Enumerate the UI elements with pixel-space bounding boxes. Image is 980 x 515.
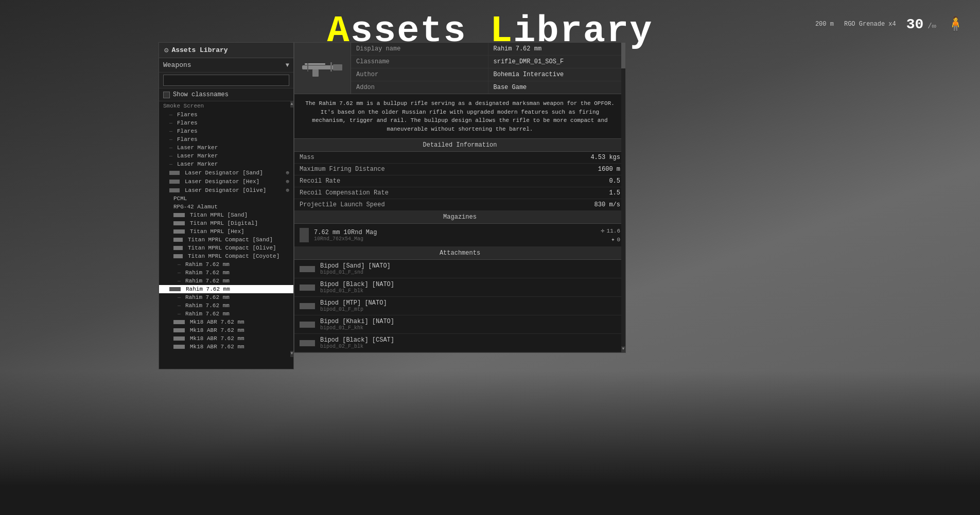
scroll-up-button[interactable]: ▲ [290,101,293,108]
item-label: Rahim 7.62 mm [185,278,230,284]
mass-value: 4.53 kgs [460,152,626,164]
list-item-titan-hex[interactable]: Titan MPRL [Hex] [159,227,293,236]
show-classnames-checkbox[interactable] [163,92,170,98]
list-marker: — [169,112,172,118]
gear-icon: ⚙ [164,46,168,55]
list-item[interactable]: — Flares [159,127,293,135]
detail-scroll-thumb[interactable] [621,43,625,68]
list-item-titan-digital[interactable]: Titan MPRL [Digital] [159,219,293,227]
info-row-recoil-comp: Recoil Compensation Rate 1.5 [294,187,625,199]
panel-header: ⚙ Assets Library [159,43,293,58]
list-item[interactable]: — Flares [159,119,293,127]
list-item-laser-olive[interactable]: Laser Designator [Olive] ⊕ [159,186,293,194]
weapon-icon [173,246,183,250]
list-item-rahim-2[interactable]: — Rahim 7.62 mm [159,269,293,277]
assets-panel: ⚙ Assets Library Weapons ▼ Show classnam… [159,42,294,369]
list-item-titan-compact-sand[interactable]: Titan MPRL Compact [Sand] [159,236,293,244]
recoil-label: Recoil Rate [294,175,460,187]
info-table: Mass 4.53 kgs Maximum Firing Distance 16… [294,152,625,211]
category-dropdown[interactable]: Weapons ▼ [159,58,293,73]
list-item[interactable]: — Flares [159,111,293,119]
weapon-svg [302,59,343,77]
item-label: Laser Marker [177,161,218,167]
svg-rect-4 [307,63,308,72]
att-name-2: Bipod [Black] [NATO] [320,281,620,288]
svg-rect-3 [312,69,319,77]
att-classname-2: bipod_01_F_blk [320,288,620,294]
detailed-info-header: Detailed Information [294,139,625,152]
display-name-value: Rahim 7.62 mm [488,43,626,56]
list-marker: — [169,137,172,143]
attachment-info: Bipod [MTP] [NATO] bipod_01_F_mtp [320,299,620,312]
list-item-mk18-3[interactable]: Mk18 ABR 7.62 mm [159,334,293,343]
svg-rect-5 [330,62,332,72]
list-item-rpg[interactable]: RPG-42 Alamut [159,203,293,211]
attachment-bipod-black[interactable]: Bipod [Black] [NATO] bipod_01_F_blk [294,278,625,297]
item-label: Rahim 7.62 mm [185,261,230,268]
hud-ammo-display: 30 /∞ [906,16,936,32]
hud-ammo-count: 30 [906,16,924,32]
projectile-label: Projectile Launch Speed [294,199,460,211]
attachment-bipod-black-csat[interactable]: Bipod [Black] [CSAT] bipod_02_F_blk [294,334,625,352]
item-label: PCML [173,196,187,202]
weapon-list[interactable]: ▲ Smoke Screen — Flares — Flares — Flare… [159,101,293,369]
list-item[interactable]: — Laser Marker [159,144,293,152]
attachment-info: Bipod [Khaki] [NATO] bipod_01_F_khk [320,318,620,331]
attachment-info: Bipod [Sand] [NATO] bipod_01_F_snd [320,262,620,275]
list-item-mk18-1[interactable]: Mk18 ABR 7.62 mm [159,318,293,326]
list-item-rahim-1[interactable]: — Rahim 7.62 mm [159,260,293,269]
attachment-bipod-mtp[interactable]: Bipod [MTP] [NATO] bipod_01_F_mtp [294,297,625,315]
list-item[interactable]: — Laser Marker [159,160,293,168]
item-label: Laser Marker [177,145,218,151]
item-label: Titan MPRL Compact [Coyote] [188,253,279,259]
show-classnames-row[interactable]: Show classnames [159,88,293,101]
magazine-item[interactable]: 7.62 mm 10Rnd Mag 10Rnd_762x54_Mag ✛ 11.… [294,224,625,247]
list-item-mk18-2[interactable]: Mk18 ABR 7.62 mm [159,326,293,334]
list-item-rahim-selected[interactable]: Rahim 7.62 mm [159,285,293,293]
scroll-down-button[interactable]: ▼ [290,351,293,357]
weapon-icon [173,221,185,225]
weapon-icon [173,345,185,349]
item-label: Flares [177,112,198,118]
star-icon: ✦ [611,236,615,243]
search-bar [159,73,293,88]
list-item-rahim-4[interactable]: — Rahim 7.62 mm [159,293,293,301]
hud-grenade-label: RGO Grenade [844,21,885,28]
list-item-pcml[interactable]: PCML [159,194,293,203]
info-row-max-firing: Maximum Firing Distance 1600 m [294,164,625,175]
item-label: Titan MPRL [Hex] [190,228,244,235]
crosshair-icon: ✛ [601,227,604,235]
magazine-info: 7.62 mm 10Rnd Mag 10Rnd_762x54_Mag [314,229,596,242]
item-label: Laser Designator [Sand] [185,170,263,176]
list-item-rahim-3[interactable]: — Rahim 7.62 mm [159,277,293,285]
attachment-bipod-khaki[interactable]: Bipod [Khaki] [NATO] bipod_01_F_khk [294,315,625,334]
max-firing-label: Maximum Firing Distance [294,164,460,175]
author-value: Bohemia Interactive [488,68,626,81]
list-item-titan-sand[interactable]: Titan MPRL [Sand] [159,211,293,219]
list-item-mk18-4[interactable]: Mk18 ABR 7.62 mm [159,343,293,351]
search-input[interactable] [163,75,289,86]
list-item-rahim-6[interactable]: — Rahim 7.62 mm [159,310,293,318]
list-item-titan-compact-olive[interactable]: Titan MPRL Compact [Olive] [159,244,293,252]
list-item-laser-sand[interactable]: Laser Designator [Sand] ⊕ [159,168,293,177]
detail-scrollbar[interactable]: ▼ [621,43,625,352]
att-name-5: Bipod [Black] [CSAT] [320,336,620,344]
attachment-bipod-sand[interactable]: Bipod [Sand] [NATO] bipod_01_F_snd [294,260,625,278]
svg-rect-2 [333,64,342,70]
list-item-rahim-5[interactable]: — Rahim 7.62 mm [159,301,293,310]
list-item-titan-compact-coyote[interactable]: Titan MPRL Compact [Coyote] [159,252,293,260]
recoil-comp-value: 1.5 [460,187,626,199]
weapon-icon [169,180,180,184]
category-label: Weapons [163,61,191,69]
author-label: Author [351,68,488,81]
item-label: Titan MPRL [Digital] [190,220,258,226]
attachment-icon [300,340,315,346]
list-item-laser-hex[interactable]: Laser Designator [Hex] ⊕ [159,177,293,186]
detail-scroll-down[interactable]: ▼ [621,346,625,352]
item-label: Mk18 ABR 7.62 mm [190,319,244,325]
hud-overlay: 200 m RGO Grenade x4 30 /∞ 🧍 [815,15,965,33]
list-item[interactable]: — Laser Marker [159,152,293,160]
weapon-icon [169,188,180,192]
att-name-4: Bipod [Khaki] [NATO] [320,318,620,325]
list-item[interactable]: — Flares [159,135,293,144]
